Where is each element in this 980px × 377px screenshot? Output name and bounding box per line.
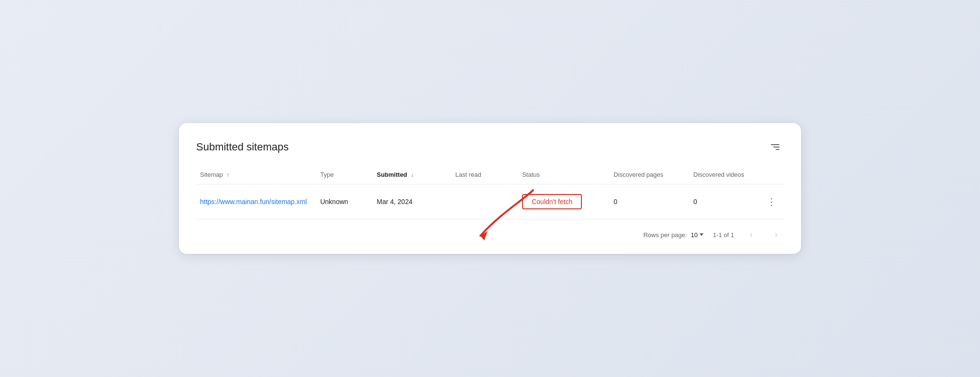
- chevron-down-icon: [700, 233, 703, 236]
- col-label-type: Type: [320, 171, 334, 178]
- chevron-left-icon: ‹: [750, 230, 752, 239]
- rows-per-page-container: Rows per page: 10: [643, 231, 703, 239]
- sitemaps-table: Sitemap ↑ Type Submitted ↓ Last read Sta: [196, 165, 784, 219]
- next-page-button[interactable]: ›: [768, 227, 784, 242]
- cell-lastread: [451, 184, 518, 219]
- card-header: Submitted sitemaps: [179, 123, 801, 165]
- col-header-videos[interactable]: Discovered videos: [690, 165, 759, 184]
- col-label-videos: Discovered videos: [693, 171, 744, 178]
- rows-per-page-label: Rows per page:: [643, 231, 687, 239]
- col-header-action: [759, 165, 784, 184]
- type-value: Unknown: [320, 198, 348, 206]
- cell-submitted: Mar 4, 2024: [373, 184, 451, 219]
- col-header-sitemap[interactable]: Sitemap ↑: [196, 165, 316, 184]
- more-icon: ⋮: [767, 196, 776, 207]
- table-header: Sitemap ↑ Type Submitted ↓ Last read Sta: [196, 165, 784, 184]
- col-label-lastread: Last read: [455, 171, 481, 178]
- pagination-row: Rows per page: 10 1-1 of 1 ‹ ›: [179, 219, 801, 254]
- status-badge: Couldn't fetch: [522, 194, 582, 209]
- sitemap-url: https://www.mainan.fun/sitemap.xml: [200, 198, 307, 206]
- col-label-status: Status: [522, 171, 540, 178]
- cell-status: Couldn't fetch: [518, 184, 610, 219]
- page-info: 1-1 of 1: [713, 231, 734, 239]
- col-header-type[interactable]: Type: [316, 165, 373, 184]
- sort-desc-icon: ↓: [411, 171, 413, 178]
- cell-videos: 0: [690, 184, 759, 219]
- pages-value: 0: [613, 198, 617, 206]
- filter-icon: [771, 144, 780, 150]
- card-title: Submitted sitemaps: [196, 141, 289, 153]
- table-body: https://www.mainan.fun/sitemap.xml Unkno…: [196, 184, 784, 219]
- col-header-pages[interactable]: Discovered pages: [610, 165, 690, 184]
- chevron-right-icon: ›: [775, 230, 777, 239]
- submitted-value: Mar 4, 2024: [377, 198, 412, 206]
- col-header-status[interactable]: Status: [518, 165, 610, 184]
- table-row: https://www.mainan.fun/sitemap.xml Unkno…: [196, 184, 784, 219]
- col-label-submitted: Submitted: [377, 171, 407, 178]
- header-row: Sitemap ↑ Type Submitted ↓ Last read Sta: [196, 165, 784, 184]
- col-label-sitemap: Sitemap: [200, 171, 223, 178]
- col-header-lastread[interactable]: Last read: [451, 165, 518, 184]
- rows-per-page-select[interactable]: 10: [690, 231, 703, 239]
- col-label-pages: Discovered pages: [613, 171, 663, 178]
- table-container: Sitemap ↑ Type Submitted ↓ Last read Sta: [179, 165, 801, 219]
- sitemaps-card: Submitted sitemaps Sitemap ↑ Type: [179, 123, 801, 254]
- more-options-button[interactable]: ⋮: [763, 193, 780, 210]
- cell-sitemap[interactable]: https://www.mainan.fun/sitemap.xml: [196, 184, 316, 219]
- rows-per-page-value: 10: [690, 231, 697, 239]
- cell-action: ⋮: [759, 184, 784, 219]
- col-header-submitted[interactable]: Submitted ↓: [373, 165, 451, 184]
- prev-page-button[interactable]: ‹: [744, 227, 759, 242]
- filter-button[interactable]: [767, 138, 784, 156]
- cell-pages: 0: [610, 184, 690, 219]
- cell-type: Unknown: [316, 184, 373, 219]
- sort-asc-icon: ↑: [226, 171, 229, 178]
- videos-value: 0: [693, 198, 697, 206]
